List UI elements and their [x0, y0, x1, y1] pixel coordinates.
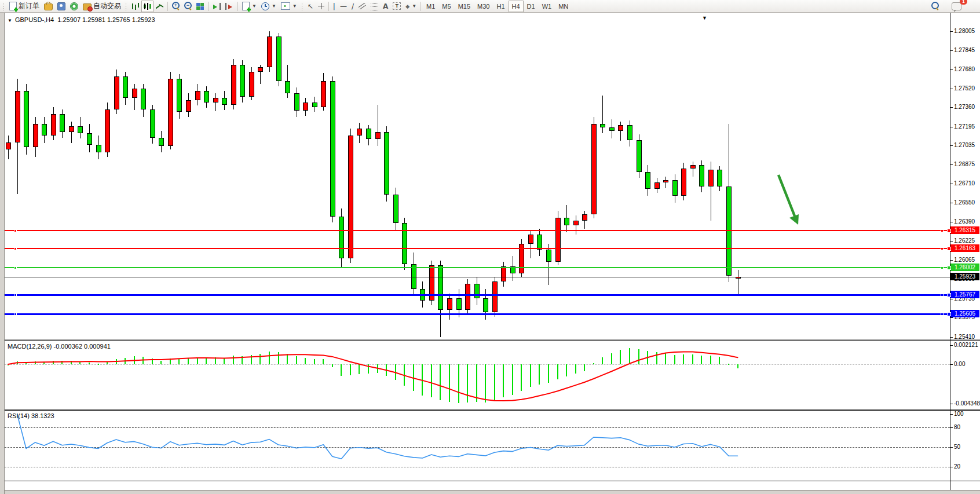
- bar-chart-icon: [131, 3, 139, 10]
- timeframe-button-mn[interactable]: MN: [555, 1, 572, 12]
- horizontal-line-object[interactable]: [5, 267, 950, 268]
- line-handle[interactable]: [14, 294, 17, 297]
- line-handle[interactable]: [14, 247, 17, 250]
- macd-histogram-bar: [359, 364, 360, 374]
- text-label-button[interactable]: T: [390, 1, 403, 12]
- toolbar-grip[interactable]: [3, 2, 5, 10]
- price-axis-tick-label: 1.26225: [954, 237, 975, 244]
- candle-bull: [15, 91, 20, 142]
- candle-bull: [6, 142, 11, 149]
- timeframes-menu-button[interactable]: ▼: [259, 1, 279, 12]
- line-handle[interactable]: [14, 313, 17, 316]
- candle-bear: [483, 298, 488, 312]
- cursor-button[interactable]: ↖: [305, 1, 316, 12]
- timeframe-button-m5[interactable]: M5: [438, 1, 454, 12]
- candle-bear: [96, 145, 101, 152]
- autotrading-button[interactable]: 自动交易: [81, 1, 123, 12]
- macd-histogram-bar: [377, 364, 378, 373]
- macd-histogram-bar: [584, 364, 585, 371]
- candle-bull: [321, 81, 326, 107]
- line-handle[interactable]: [14, 266, 17, 269]
- toolbar-grip[interactable]: [301, 2, 303, 10]
- horizontal-line-object[interactable]: [5, 248, 950, 249]
- line-chart-button[interactable]: [153, 1, 166, 12]
- notification-badge: 1: [960, 0, 967, 5]
- indicators-menu-button[interactable]: ▼: [279, 1, 299, 12]
- macd-histogram-bar: [107, 362, 108, 364]
- macd-histogram-bar: [683, 354, 684, 364]
- down-arrow-annotation[interactable]: [778, 175, 799, 225]
- macd-histogram-bar: [206, 357, 207, 364]
- bid-price-line: [5, 277, 950, 277]
- horizontal-line-object[interactable]: [5, 230, 950, 231]
- crosshair-button[interactable]: [316, 1, 327, 12]
- macd-histogram-bar: [17, 361, 18, 364]
- macd-histogram-bar: [43, 362, 45, 364]
- macd-histogram-bar: [728, 364, 729, 365]
- line-handle[interactable]: [941, 229, 944, 232]
- chart-window[interactable]: ▼GBPUSD-,H4 1.25907 1.25981 1.25765 1.25…: [0, 13, 980, 494]
- line-handle[interactable]: [941, 247, 944, 250]
- macd-histogram-bar: [79, 361, 81, 364]
- timeframe-button-m15[interactable]: M15: [455, 1, 474, 12]
- macd-histogram-bar: [314, 359, 315, 364]
- horizontal-line-object[interactable]: [5, 294, 950, 296]
- auto-scroll-button[interactable]: [210, 1, 223, 12]
- signals-icon: [70, 2, 78, 10]
- line-price-tag: 1.26163: [950, 244, 979, 252]
- tile-windows-button[interactable]: [194, 1, 206, 12]
- timeframe-button-m30[interactable]: M30: [474, 1, 493, 12]
- candle-bear: [717, 170, 722, 186]
- price-axis-tick-label: 1.28005: [954, 28, 975, 34]
- macd-histogram-bar: [25, 362, 27, 364]
- line-tag-notch: [947, 312, 951, 316]
- line-handle[interactable]: [941, 294, 944, 297]
- text-button[interactable]: A: [381, 1, 390, 12]
- timeframe-button-h4[interactable]: H4: [509, 1, 524, 12]
- line-handle[interactable]: [941, 266, 944, 269]
- arrows-button[interactable]: ◆▼: [403, 1, 419, 12]
- line-handle[interactable]: [14, 229, 17, 232]
- timeframe-button-w1[interactable]: W1: [539, 1, 555, 12]
- search-button[interactable]: [929, 1, 941, 12]
- channel-button[interactable]: [356, 1, 368, 12]
- line-price-tag: 1.26315: [950, 226, 979, 234]
- trendline-button[interactable]: /: [349, 1, 356, 12]
- text-label-icon: T: [393, 2, 401, 10]
- new-chart-button[interactable]: ▼: [240, 1, 259, 12]
- chart-shift-button[interactable]: [223, 1, 236, 12]
- signals-button[interactable]: [68, 1, 81, 12]
- macd-histogram-bar: [278, 352, 279, 364]
- notifications-button[interactable]: 1: [949, 1, 964, 12]
- macd-histogram-bar: [98, 364, 99, 365]
- timeframe-button-d1[interactable]: D1: [524, 1, 539, 12]
- candle-bull: [267, 36, 272, 67]
- candlestick-chart-button[interactable]: [141, 1, 153, 12]
- fibonacci-button[interactable]: [368, 1, 381, 12]
- market-button[interactable]: [42, 1, 55, 12]
- window-left-edge: [0, 13, 5, 494]
- horizontal-line-icon: —: [340, 2, 347, 10]
- price-axis-tick-label: 1.27195: [954, 123, 975, 130]
- timeframe-button-h1[interactable]: H1: [493, 1, 508, 12]
- toolbar-grip[interactable]: [125, 2, 127, 10]
- candle-wick: [378, 105, 378, 146]
- chart-collapse-icon[interactable]: ▼: [8, 18, 12, 23]
- chart-menu-caret-icon[interactable]: ▼: [702, 15, 707, 21]
- timeframe-button-m1[interactable]: M1: [423, 1, 438, 12]
- macd-histogram-bar: [557, 364, 558, 379]
- horizontal-line-button[interactable]: —: [338, 1, 349, 12]
- candle-wick: [620, 122, 621, 141]
- horizontal-line-object[interactable]: [5, 313, 950, 315]
- panel-separator: [0, 339, 980, 339]
- macd-histogram-bar: [251, 355, 252, 364]
- new-order-button[interactable]: 新订单: [7, 1, 42, 12]
- zoom-in-button[interactable]: +: [170, 1, 182, 12]
- bar-chart-button[interactable]: [129, 1, 141, 12]
- profile-button[interactable]: [55, 1, 68, 12]
- vertical-line-button[interactable]: |: [331, 1, 338, 12]
- line-price-tag: 1.26002: [950, 264, 979, 271]
- zoom-out-button[interactable]: −: [182, 1, 194, 12]
- line-handle[interactable]: [941, 313, 944, 316]
- candle-bear: [42, 124, 47, 136]
